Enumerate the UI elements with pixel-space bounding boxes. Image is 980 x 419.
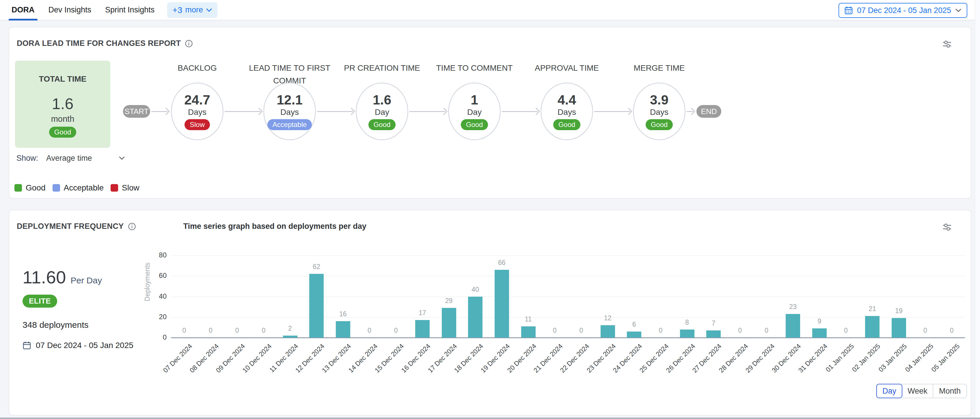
chart-bar[interactable] — [786, 314, 800, 338]
page-bottom-divider — [0, 417, 980, 419]
chart-bar[interactable] — [812, 329, 827, 338]
y-axis-tick: 20 — [149, 313, 167, 321]
chart-bar[interactable] — [601, 325, 615, 338]
chart-bar[interactable] — [706, 330, 721, 338]
lead-time-card: DORA LEAD TIME FOR CHANGES REPORT TOTAL … — [9, 27, 971, 198]
stage-node-lead-time-to-first-commit: 12.1 Days Acceptable — [263, 83, 316, 140]
deployments-bar-chart: 020406080Deployments007 Dec 2024008 Dec … — [9, 210, 971, 415]
bar-value-label: 62 — [305, 263, 328, 271]
bar-value-label: 0 — [252, 327, 275, 335]
tab-dora[interactable]: DORA — [11, 0, 35, 20]
chart-bar[interactable] — [495, 270, 509, 338]
stage-value: 4.4 — [558, 93, 576, 107]
stage-badge: Good — [368, 119, 396, 130]
stage-value: 12.1 — [277, 93, 302, 107]
chart-bar[interactable] — [283, 336, 298, 338]
chart-bar[interactable] — [415, 320, 430, 338]
bar-value-label: 0 — [570, 327, 593, 335]
toggle-week[interactable]: Week — [902, 384, 933, 398]
x-axis-tick: 21 Dec 2024 — [518, 342, 565, 389]
bar-value-label: 40 — [464, 286, 487, 294]
x-axis-tick: 27 Dec 2024 — [677, 342, 723, 389]
x-axis-tick: 12 Dec 2024 — [280, 342, 326, 389]
gridline — [171, 297, 965, 297]
chart-bar[interactable] — [627, 332, 641, 338]
legend-item-good: Good — [14, 183, 46, 192]
legend-swatch — [111, 184, 118, 192]
toggle-day[interactable]: Day — [877, 384, 902, 398]
show-metric-value: Average time — [46, 154, 92, 163]
tab-dev-insights[interactable]: Dev Insights — [49, 0, 92, 20]
bar-value-label: 0 — [755, 327, 778, 335]
bar-value-label: 6 — [622, 321, 646, 329]
bar-value-label: 0 — [649, 327, 672, 335]
bar-value-label: 21 — [861, 305, 884, 313]
bar-value-label: 0 — [199, 327, 222, 335]
toggle-month[interactable]: Month — [933, 384, 967, 398]
chart-bar[interactable] — [309, 274, 324, 338]
stage-unit: Days — [188, 108, 207, 117]
bar-value-label: 23 — [781, 303, 805, 311]
stage-value: 1.6 — [373, 93, 391, 107]
gridline — [171, 317, 965, 317]
tab-sprint-insights[interactable]: Sprint Insights — [105, 0, 154, 20]
stage-value: 1 — [471, 93, 478, 107]
stage-badge: Good — [646, 119, 673, 130]
flow-arrow — [687, 108, 695, 115]
bar-value-label: 66 — [490, 259, 513, 267]
date-range-label: 07 Dec 2024 - 05 Jan 2025 — [857, 6, 951, 15]
bar-value-label: 2 — [278, 325, 302, 332]
scrollbar[interactable] — [975, 0, 980, 419]
stage-unit: Day — [467, 108, 482, 117]
stage-node-backlog: 24.7 Days Slow — [171, 83, 223, 140]
stage-unit: Days — [558, 108, 576, 117]
chart-bar[interactable] — [442, 308, 456, 338]
stage-value: 24.7 — [184, 93, 210, 107]
flow-start-node: START — [123, 105, 150, 118]
legend-item-acceptable: Acceptable — [52, 183, 104, 192]
x-axis-tick: 02 Jan 2025 — [836, 342, 882, 389]
calendar-icon — [844, 6, 853, 15]
chart-bar[interactable] — [521, 326, 536, 338]
legend-swatch — [14, 184, 22, 192]
stage-badge: Acceptable — [267, 119, 312, 130]
chart-bar[interactable] — [468, 297, 482, 338]
chevron-down-icon — [955, 8, 961, 13]
y-axis-tick: 80 — [149, 251, 167, 259]
y-axis-tick: 0 — [149, 333, 167, 341]
legend-label: Good — [26, 183, 46, 192]
stage-name: APPROVAL TIME — [518, 62, 616, 75]
bar-value-label: 16 — [331, 310, 355, 318]
deployment-frequency-card: DEPLOYMENT FREQUENCY Time series graph b… — [9, 210, 971, 416]
legend-swatch — [52, 184, 60, 192]
x-axis-tick: 18 Dec 2024 — [439, 342, 485, 389]
chart-bar[interactable] — [680, 330, 694, 338]
flow-arrow — [409, 108, 447, 115]
chart-bar[interactable] — [892, 318, 906, 338]
x-axis-tick: 15 Dec 2024 — [359, 342, 406, 389]
legend-label: Slow — [122, 183, 140, 192]
bar-value-label: 0 — [834, 327, 858, 335]
stage-node-pr-creation-time: 1.6 Day Good — [356, 83, 408, 140]
y-axis-title: Deployments — [143, 263, 151, 301]
more-tabs-button[interactable]: +3 more — [167, 2, 218, 18]
stage-value: 3.9 — [650, 93, 668, 107]
flow-arrow — [317, 108, 355, 115]
stage-badge: Good — [461, 119, 488, 130]
chart-bar[interactable] — [865, 316, 880, 338]
date-range-picker[interactable]: 07 Dec 2024 - 05 Jan 2025 — [838, 3, 967, 18]
bar-value-label: 17 — [411, 309, 434, 317]
stage-name: MERGE TIME — [610, 62, 708, 75]
show-metric-select[interactable]: Average time — [46, 154, 125, 163]
bar-value-label: 0 — [226, 327, 248, 335]
x-axis-tick: 09 Dec 2024 — [200, 342, 247, 389]
chart-bar[interactable] — [336, 321, 350, 338]
speed-legend: GoodAcceptableSlow — [14, 183, 140, 192]
stage-badge: Slow — [185, 119, 210, 130]
show-label: Show: — [16, 154, 38, 163]
chevron-down-icon — [206, 8, 212, 12]
x-axis-tick: 30 Dec 2024 — [756, 342, 803, 389]
flow-arrow — [151, 108, 169, 115]
lead-time-flow: STARTBACKLOG 24.7 Days Slow LEAD TIME TO… — [9, 27, 971, 198]
more-tabs-label: more — [185, 5, 203, 14]
